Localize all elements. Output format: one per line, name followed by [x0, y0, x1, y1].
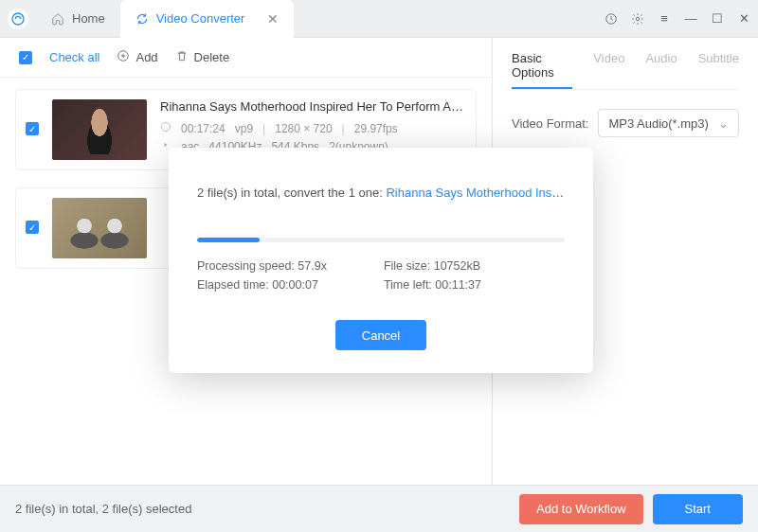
size-label: File size: [384, 259, 434, 273]
elapsed-label: Elapsed time: [197, 278, 272, 292]
progress-msg-pre: 2 file(s) in total, convert the 1 one: [197, 186, 386, 200]
size-value: 10752kB [434, 259, 480, 273]
progress-stats: Processing speed: 57.9x Elapsed time: 00… [197, 259, 565, 292]
progress-dialog: 2 file(s) in total, convert the 1 one: R… [169, 148, 593, 373]
progress-bar-fill [197, 238, 260, 242]
modal-backdrop: 2 file(s) in total, convert the 1 one: R… [0, 0, 758, 532]
progress-bar [197, 238, 565, 242]
speed-value: 57.9x [298, 259, 327, 273]
timeleft-label: Time left: [384, 278, 435, 292]
elapsed-value: 00:00:07 [272, 278, 318, 292]
speed-label: Processing speed: [197, 259, 298, 273]
cancel-button[interactable]: Cancel [335, 320, 426, 350]
timeleft-value: 00:11:37 [435, 278, 481, 292]
progress-message: 2 file(s) in total, convert the 1 one: R… [197, 186, 565, 200]
progress-msg-file: Rihanna Says Motherhood Inspired Her … [386, 186, 565, 200]
